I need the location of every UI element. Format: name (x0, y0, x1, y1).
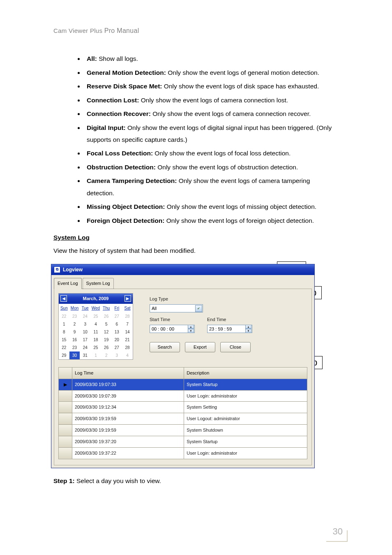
calendar-day[interactable]: 31 (80, 352, 90, 359)
cell-log-time: 2009/03/30 19:19:59 (72, 425, 184, 436)
list-item-term: Focal Loss Detection: (87, 150, 153, 157)
cell-log-time: 2009/03/30 19:07:33 (72, 379, 184, 390)
calendar-day[interactable]: 7 (122, 320, 133, 328)
calendar-day[interactable]: 5 (101, 320, 112, 328)
calendar-day[interactable]: 24 (80, 344, 90, 352)
calendar-day[interactable]: 4 (122, 352, 133, 359)
calendar-day[interactable]: 16 (69, 336, 80, 344)
calendar-day[interactable]: 25 (90, 312, 101, 320)
calendar-day[interactable]: 26 (101, 312, 112, 320)
spin-up-icon[interactable]: ▲ (188, 325, 194, 329)
tab-event-log[interactable]: Event Log (54, 278, 82, 289)
calendar-day[interactable]: 25 (90, 344, 101, 352)
calendar-day[interactable]: 26 (101, 344, 112, 352)
row-header (59, 402, 72, 413)
table-row[interactable]: 2009/03/30 19:19:59System Shutdown (59, 425, 307, 436)
start-time-value: 00 : 00 : 00 (152, 325, 174, 333)
list-item-text: Show all logs. (97, 55, 138, 62)
calendar-dow: Thu (101, 304, 112, 312)
calendar-day[interactable]: 1 (90, 352, 101, 359)
calendar-day[interactable]: 3 (112, 352, 122, 359)
col-description[interactable]: Description (184, 367, 307, 379)
calendar-day[interactable]: 28 (122, 312, 133, 320)
calendar-day[interactable]: 1 (59, 320, 69, 328)
calendar-day[interactable]: 6 (112, 320, 122, 328)
search-button[interactable]: Search (150, 342, 180, 352)
calendar-day[interactable]: 19 (101, 336, 112, 344)
close-button[interactable]: Close (220, 342, 251, 352)
calendar-day[interactable]: 27 (112, 344, 122, 352)
calendar-day[interactable]: 28 (122, 344, 133, 352)
page-number: 30 (333, 523, 343, 540)
calendar-day[interactable]: 23 (69, 344, 80, 352)
spin-up-icon[interactable]: ▲ (245, 325, 251, 329)
calendar-day[interactable]: 11 (90, 328, 101, 336)
logview-figure: Step Step Step Step Step ⧉ Logview Event… (51, 264, 314, 468)
table-row[interactable]: 2009/03/30 19:12:34System Setting (59, 402, 307, 413)
calendar[interactable]: ◀ March, 2009 ▶ SunMonTueWedThuFriSat 22… (58, 293, 133, 360)
row-header: ▶ (59, 379, 72, 390)
calendar-day[interactable]: 8 (59, 328, 69, 336)
chevron-down-icon[interactable]: ✔ (195, 305, 202, 312)
start-time-field[interactable]: 00 : 00 : 00 ▲▼ (150, 325, 195, 333)
tab-strip: Event Log System Log (51, 275, 314, 289)
calendar-day[interactable]: 23 (69, 312, 80, 320)
table-row[interactable]: ▶2009/03/30 19:07:33System Startup (59, 379, 307, 390)
cell-log-time: 2009/03/30 19:12:34 (72, 402, 184, 413)
export-button[interactable]: Export (185, 342, 215, 352)
calendar-day[interactable]: 4 (90, 320, 101, 328)
col-log-time[interactable]: Log Time (72, 367, 184, 379)
list-item-term: All: (87, 55, 97, 62)
search-controls: Log Type All ✔ Start Time 00 : 00 : 00 (150, 293, 307, 360)
calendar-day[interactable]: 27 (112, 312, 122, 320)
calendar-day[interactable]: 2 (101, 352, 112, 359)
calendar-dow: Wed (90, 304, 101, 312)
list-item: Digital Input: Only show the event logs … (84, 122, 339, 146)
cal-next-icon[interactable]: ▶ (125, 295, 131, 302)
cell-description: System Startup (184, 436, 307, 448)
calendar-day[interactable]: 15 (59, 336, 69, 344)
end-time-field[interactable]: 23 : 59 : 59 ▲▼ (207, 325, 252, 333)
calendar-day[interactable]: 30 (69, 352, 80, 359)
step1-text: Step 1: Select a day you wish to view. (53, 475, 339, 487)
row-header (59, 425, 72, 436)
end-time-label: End Time (207, 315, 252, 324)
calendar-day[interactable]: 10 (80, 328, 90, 336)
tab-system-log[interactable]: System Log (83, 278, 114, 289)
calendar-day[interactable]: 22 (59, 312, 69, 320)
calendar-day[interactable]: 14 (122, 328, 133, 336)
calendar-day[interactable]: 20 (112, 336, 122, 344)
calendar-grid: SunMonTueWedThuFriSat 222324252627281234… (59, 304, 133, 359)
table-row[interactable]: 2009/03/30 19:07:39User Login: administr… (59, 390, 307, 402)
calendar-day[interactable]: 2 (69, 320, 80, 328)
table-row[interactable]: 2009/03/30 19:37:20System Startup (59, 436, 307, 448)
list-item-term: Missing Object Detection: (87, 203, 165, 210)
cal-prev-icon[interactable]: ◀ (60, 295, 67, 302)
list-item: Focal Loss Detection: Only show the even… (84, 147, 339, 159)
list-item-term: Obstruction Detection: (87, 164, 156, 171)
calendar-day[interactable]: 29 (59, 352, 69, 359)
calendar-day[interactable]: 13 (112, 328, 122, 336)
spin-down-icon[interactable]: ▼ (188, 329, 194, 333)
list-item: Foreign Object Detection: Only show the … (84, 215, 339, 227)
calendar-day[interactable]: 18 (90, 336, 101, 344)
log-type-dropdown[interactable]: All ✔ (150, 304, 203, 312)
calendar-day[interactable]: 3 (80, 320, 90, 328)
calendar-day[interactable]: 12 (101, 328, 112, 336)
spin-down-icon[interactable]: ▼ (245, 329, 251, 333)
list-item: Connection Lost: Only show the event log… (84, 94, 339, 106)
list-item-term: Connection Lost: (87, 97, 139, 104)
table-row[interactable]: 2009/03/30 19:37:22User Login: administr… (59, 447, 307, 459)
window-titlebar[interactable]: ⧉ Logview (51, 264, 314, 275)
calendar-day[interactable]: 9 (69, 328, 80, 336)
end-time-value: 23 : 59 : 59 (209, 325, 232, 333)
table-row[interactable]: 2009/03/30 19:19:59User Logout: administ… (59, 413, 307, 425)
cell-description: System Setting (184, 402, 307, 413)
calendar-day[interactable]: 21 (122, 336, 133, 344)
doc-header: Cam Viewer Plus Pro Manual (53, 25, 339, 37)
calendar-day[interactable]: 22 (59, 344, 69, 352)
list-item-text: Only show the event logs of disk space h… (162, 83, 319, 90)
calendar-day[interactable]: 17 (80, 336, 90, 344)
log-type-list: All: Show all logs.General Motion Detect… (53, 53, 339, 227)
calendar-day[interactable]: 24 (80, 312, 90, 320)
